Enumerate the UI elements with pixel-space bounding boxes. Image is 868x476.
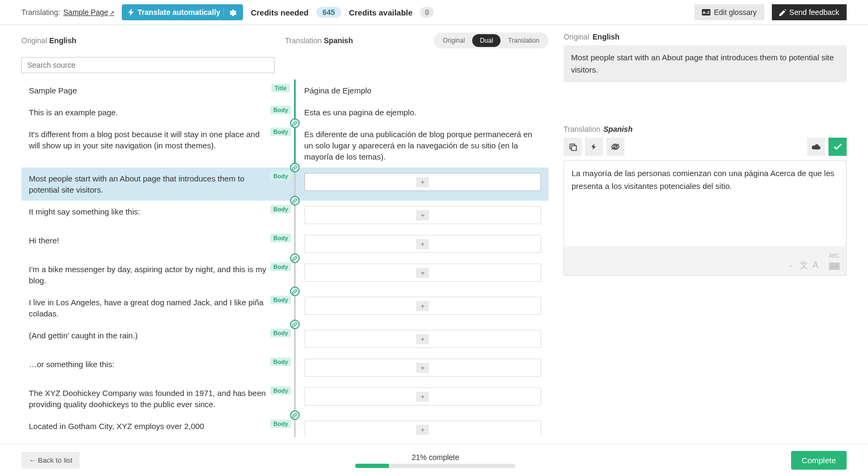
segment-row[interactable]: I'm a bike messenger by day, aspiring ac… [21,258,549,291]
segment-row[interactable]: This is an example page.BodyEsta es una … [21,101,549,123]
target-cell[interactable]: + [299,382,549,415]
credits-needed-label: Credits needed [251,8,308,17]
target-input-box[interactable]: + [304,421,542,437]
segment-tag: Title [271,84,290,92]
target-cell[interactable]: + [299,201,549,229]
translation-header-label: Translation [285,36,322,45]
segment-row[interactable]: It's different from a blog post because … [21,123,549,168]
confirm-button[interactable] [828,138,847,156]
credits-available-value: 0 [420,7,434,18]
machine-translate-button[interactable] [585,138,603,156]
link-icon[interactable] [290,410,300,420]
link-icon[interactable] [290,163,300,172]
link-icon[interactable] [290,253,300,263]
target-input-box[interactable]: + [304,235,542,253]
add-translation-button[interactable]: + [416,425,429,435]
segment-row[interactable]: I live in Los Angeles, have a great dog … [21,291,549,324]
source-text[interactable]: Hi there! [21,229,271,258]
link-icon[interactable] [290,196,300,205]
edit-glossary-button[interactable]: A-Z Edit glossary [694,4,764,20]
target-cell[interactable]: + [299,258,549,291]
topbar: Translating: Sample Page↗ Translate auto… [0,0,868,25]
target-cell[interactable]: + [299,168,549,201]
view-dual-button[interactable]: Dual [472,34,501,47]
add-translation-button[interactable]: + [416,392,429,402]
target-cell[interactable]: Esta es una pagina de ejemplo. [299,101,549,123]
add-translation-button[interactable]: + [416,334,429,344]
detail-translation-lang: Spanish [604,125,632,133]
send-feedback-button[interactable]: Send feedback [772,4,847,20]
target-cell[interactable]: Es diferente de una publicación de blog … [299,123,549,168]
target-cell[interactable]: + [299,229,549,258]
target-input-box[interactable]: + [304,173,542,191]
detail-original-lang: English [592,33,620,41]
source-text[interactable]: It's different from a blog post because … [21,123,271,168]
source-text[interactable]: Located in Gotham City, XYZ employs over… [21,415,271,437]
segment-row[interactable]: The XYZ Doohickey Company was founded in… [21,382,549,415]
view-original-button[interactable]: Original [435,34,472,47]
add-translation-button[interactable]: + [416,210,429,220]
main-area: Original English Translation Spanish Ori… [0,25,868,437]
translation-header-lang: Spanish [324,36,353,45]
add-translation-button[interactable]: + [416,177,429,187]
segment-tag: Body [270,419,292,428]
search-input[interactable] [21,57,275,73]
target-input-box[interactable]: + [304,297,542,315]
cloud-button[interactable] [807,138,825,156]
target-cell[interactable]: + [299,324,549,353]
dual-column: Original English Translation Spanish Ori… [21,33,549,437]
segment-row[interactable]: Sample PageTitlePágina de Ejemplo [21,80,549,101]
source-text[interactable]: Most people start with an About page tha… [21,168,271,201]
translate-automatically-button[interactable]: Translate automatically [122,4,244,20]
target-input-box[interactable]: + [304,264,542,282]
segment-row[interactable]: Most people start with an About page tha… [21,168,549,201]
segment-tag: Body [270,386,292,395]
segment-row[interactable]: (And gettin' caught in the rain.)Body+ [21,324,549,353]
segment-row[interactable]: …or something like this:Body+ [21,353,549,382]
detail-translation-label: Translation [564,125,600,133]
target-input-box[interactable]: + [304,387,542,406]
original-header-label: Original [21,36,47,45]
translating-label: Translating: Sample Page↗ [21,8,114,17]
segment-row[interactable]: Hi there!Body+ [21,229,549,258]
editor-text[interactable]: La mayoría de las personas comienzan con… [564,161,846,246]
segment-row[interactable]: Located in Gotham City, XYZ employs over… [21,415,549,437]
target-cell[interactable]: + [299,353,549,382]
source-text[interactable]: The XYZ Doohickey Company was founded in… [21,382,271,415]
target-input-box[interactable]: + [304,206,542,224]
link-icon[interactable] [290,118,300,128]
source-text[interactable]: It might say something like this: [21,201,271,229]
glossary-small-icon[interactable]: A-Z [829,263,840,270]
gear-icon[interactable] [223,8,237,17]
target-input-box[interactable]: + [304,359,542,377]
segment-tag: Body [270,296,292,304]
add-translation-button[interactable]: + [416,239,429,249]
bolt-icon [591,143,597,150]
link-icon[interactable] [290,320,300,329]
target-cell[interactable]: Página de Ejemplo [299,80,549,101]
glossary-icon: A-Z [702,9,710,15]
target-cell[interactable]: + [299,291,549,324]
page-link[interactable]: Sample Page↗ [64,8,114,17]
add-translation-button[interactable]: + [416,363,429,373]
segment-tag: Body [270,128,292,136]
view-translation-button[interactable]: Translation [501,34,547,47]
source-text[interactable]: I live in Los Angeles, have a great dog … [21,291,271,324]
source-text[interactable]: This is an example page. [21,101,271,123]
segment-tag: Body [270,106,292,114]
hide-button[interactable] [606,138,624,156]
target-cell[interactable]: + [299,415,549,437]
source-text[interactable]: Sample Page [21,80,271,101]
source-text[interactable]: I'm a bike messenger by day, aspiring ac… [21,258,271,291]
copy-source-button[interactable] [564,138,582,156]
translate-icon[interactable]: 文A [800,260,822,269]
link-icon[interactable] [290,287,300,296]
source-text[interactable]: …or something like this: [21,353,271,382]
source-text[interactable]: (And gettin' caught in the rain.) [21,324,271,353]
add-translation-button[interactable]: + [416,268,429,278]
translation-editor[interactable]: La mayoría de las personas comienzan con… [564,160,847,276]
target-input-box[interactable]: + [304,330,542,348]
segment-row[interactable]: It might say something like this:Body+ [21,201,549,229]
editor-toolbar [564,138,847,156]
add-translation-button[interactable]: + [416,301,429,311]
